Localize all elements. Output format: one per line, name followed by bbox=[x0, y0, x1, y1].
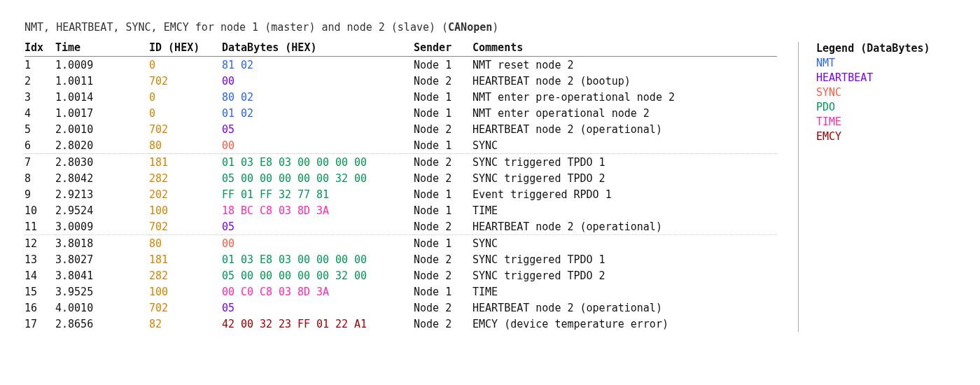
col-databytes: DataBytes (HEX) bbox=[222, 39, 414, 57]
table-row: 113.000970205Node 2HEARTBEAT node 2 (ope… bbox=[24, 218, 777, 235]
cell-databytes: 8002 bbox=[222, 89, 414, 105]
databyte: 02 bbox=[241, 107, 253, 120]
databyte: 00 bbox=[298, 156, 316, 169]
cell-idx: 13 bbox=[24, 251, 55, 267]
cell-comment: HEARTBEAT node 2 (bootup) bbox=[472, 73, 777, 89]
legend-title: Legend (DataBytes) bbox=[816, 42, 955, 55]
cell-id: 80 bbox=[149, 235, 222, 252]
databyte: 01 bbox=[222, 107, 241, 120]
cell-comment: SYNC triggered TPDO 2 bbox=[472, 170, 777, 186]
databyte: E8 bbox=[260, 156, 279, 169]
cell-sender: Node 1 bbox=[414, 57, 472, 74]
databyte: 03 bbox=[279, 156, 298, 169]
databyte: 01 bbox=[241, 188, 260, 201]
cell-comment: TIME bbox=[472, 284, 777, 300]
cell-time: 3.8041 bbox=[55, 267, 149, 284]
cell-comment: SYNC bbox=[472, 235, 777, 252]
databyte: E8 bbox=[260, 253, 279, 266]
databyte: 32 bbox=[335, 270, 354, 282]
cell-comment: TIME bbox=[472, 202, 777, 218]
cell-comment: NMT enter operational node 2 bbox=[472, 105, 777, 121]
cell-databytes: 00 bbox=[222, 235, 414, 252]
cell-time: 1.0009 bbox=[55, 57, 149, 74]
table-row: 11.000908102Node 1NMT reset node 2 bbox=[24, 57, 777, 74]
databyte: BC bbox=[241, 204, 260, 217]
legend-panel: Legend (DataBytes) NMTHEARTBEATSYNCPDOTI… bbox=[798, 42, 955, 332]
cell-comment: NMT reset node 2 bbox=[472, 57, 777, 74]
legend-item-sync: SYNC bbox=[816, 85, 955, 100]
cell-idx: 6 bbox=[24, 137, 55, 154]
cell-comment: SYNC bbox=[472, 137, 777, 154]
cell-id: 100 bbox=[149, 284, 222, 300]
cell-time: 4.0010 bbox=[55, 300, 149, 316]
databyte: 00 bbox=[298, 270, 316, 282]
cell-id: 82 bbox=[149, 316, 222, 332]
databyte: A1 bbox=[354, 318, 367, 330]
databyte: 03 bbox=[279, 286, 298, 298]
cell-comment: SYNC triggered TPDO 2 bbox=[472, 267, 777, 284]
cell-sender: Node 1 bbox=[414, 186, 472, 202]
cell-idx: 4 bbox=[24, 105, 55, 121]
databyte: 03 bbox=[241, 253, 260, 266]
cell-databytes: 00 bbox=[222, 137, 414, 154]
cell-databytes: 0500000000003200 bbox=[222, 267, 414, 284]
cell-id: 181 bbox=[149, 154, 222, 171]
cell-id: 0 bbox=[149, 57, 222, 74]
col-id-hex: ID (HEX) bbox=[149, 39, 222, 57]
databyte: 00 bbox=[241, 270, 260, 282]
legend-item-time: TIME bbox=[816, 115, 955, 130]
databyte: 32 bbox=[279, 188, 298, 201]
cell-databytes: 05 bbox=[222, 218, 414, 235]
cell-id: 80 bbox=[149, 137, 222, 154]
table-row: 82.80422820500000000003200Node 2SYNC tri… bbox=[24, 170, 777, 186]
cell-time: 1.0011 bbox=[55, 73, 149, 89]
databyte: 00 bbox=[279, 270, 298, 282]
cell-time: 2.9524 bbox=[55, 202, 149, 218]
can-log-panel: NMT, HEARTBEAT, SYNC, EMCY for node 1 (m… bbox=[24, 21, 777, 332]
databyte: 00 bbox=[222, 139, 234, 152]
cell-time: 2.9213 bbox=[55, 186, 149, 202]
cell-sender: Node 2 bbox=[414, 267, 472, 284]
cell-idx: 11 bbox=[24, 218, 55, 235]
cell-idx: 1 bbox=[24, 57, 55, 74]
databyte: 05 bbox=[222, 220, 234, 233]
cell-sender: Node 2 bbox=[414, 218, 472, 235]
databyte: 00 bbox=[316, 156, 335, 169]
cell-id: 0 bbox=[149, 89, 222, 105]
col-sender: Sender bbox=[414, 39, 472, 57]
databyte: 00 bbox=[279, 172, 298, 185]
databyte: 05 bbox=[222, 270, 241, 282]
table-row: 31.001408002Node 1NMT enter pre-operatio… bbox=[24, 89, 777, 105]
databyte: 77 bbox=[298, 188, 316, 201]
databyte: 03 bbox=[279, 253, 298, 266]
cell-databytes: 18BCC8038D3A bbox=[222, 202, 414, 218]
databyte: 32 bbox=[335, 172, 354, 185]
cell-sender: Node 1 bbox=[414, 235, 472, 252]
cell-time: 1.0014 bbox=[55, 89, 149, 105]
databyte: 81 bbox=[222, 59, 241, 71]
databyte: 00 bbox=[316, 270, 335, 282]
cell-time: 3.0009 bbox=[55, 218, 149, 235]
cell-comment: Event triggered RPDO 1 bbox=[472, 186, 777, 202]
cell-idx: 15 bbox=[24, 284, 55, 300]
databyte: 00 bbox=[354, 253, 367, 266]
legend-item-hb: HEARTBEAT bbox=[816, 71, 955, 85]
databyte: 00 bbox=[222, 286, 241, 298]
table-row: 72.80301810103E80300000000Node 2SYNC tri… bbox=[24, 154, 777, 171]
cell-id: 702 bbox=[149, 218, 222, 235]
cell-idx: 12 bbox=[24, 235, 55, 252]
cell-idx: 3 bbox=[24, 89, 55, 105]
databyte: 05 bbox=[222, 172, 241, 185]
cell-sender: Node 2 bbox=[414, 121, 472, 137]
databyte: 00 bbox=[316, 172, 335, 185]
cell-time: 2.8656 bbox=[55, 316, 149, 332]
databyte: 02 bbox=[241, 59, 253, 71]
cell-sender: Node 1 bbox=[414, 284, 472, 300]
cell-comment: HEARTBEAT node 2 (operational) bbox=[472, 121, 777, 137]
cell-databytes: 00C0C8038D3A bbox=[222, 284, 414, 300]
cell-time: 2.8042 bbox=[55, 170, 149, 186]
table-row: 172.86568242003223FF0122A1Node 2EMCY (de… bbox=[24, 316, 777, 332]
col-time: Time bbox=[55, 39, 149, 57]
cell-id: 202 bbox=[149, 186, 222, 202]
cell-sender: Node 2 bbox=[414, 154, 472, 171]
